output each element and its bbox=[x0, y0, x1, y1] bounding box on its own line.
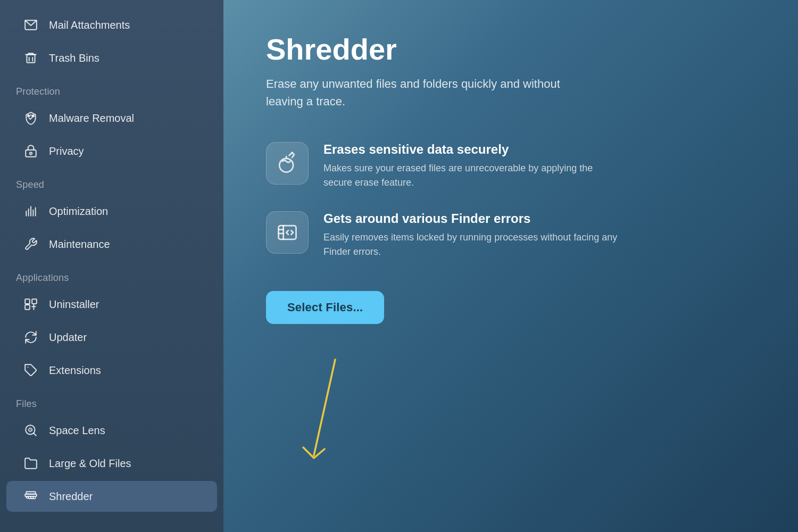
sidebar-item-maintenance[interactable]: Maintenance bbox=[6, 229, 217, 260]
svg-rect-14 bbox=[32, 299, 37, 304]
finder-icon bbox=[276, 221, 299, 244]
svg-rect-6 bbox=[26, 150, 36, 157]
page-title: Shredder bbox=[266, 32, 755, 66]
sidebar-item-label: Extensions bbox=[49, 364, 101, 377]
large-files-icon bbox=[22, 455, 39, 472]
updater-icon bbox=[22, 329, 39, 346]
sidebar-item-label: Space Lens bbox=[49, 425, 105, 437]
main-content: Shredder Erase any unwanted files and fo… bbox=[223, 0, 798, 532]
extensions-icon bbox=[22, 362, 39, 379]
bomb-icon bbox=[276, 152, 299, 175]
sidebar-item-uninstaller[interactable]: Uninstaller bbox=[6, 289, 217, 320]
svg-point-4 bbox=[28, 115, 29, 117]
sidebar-item-malware-removal[interactable]: Malware Removal bbox=[6, 103, 217, 134]
sidebar-item-trash-bins[interactable]: Trash Bins bbox=[6, 43, 217, 73]
space-lens-icon bbox=[22, 422, 39, 439]
maintenance-icon bbox=[22, 236, 39, 253]
shredder-icon bbox=[22, 488, 39, 505]
malware-icon bbox=[22, 110, 39, 127]
sidebar-item-label: Trash Bins bbox=[49, 52, 99, 64]
sidebar-item-privacy[interactable]: Privacy bbox=[6, 136, 217, 167]
sidebar-item-label: Malware Removal bbox=[49, 112, 134, 124]
sidebar-item-label: Updater bbox=[49, 331, 87, 344]
sidebar-item-label: Optimization bbox=[49, 205, 108, 218]
optimization-icon bbox=[22, 203, 39, 220]
trash-icon bbox=[22, 49, 39, 66]
mail-icon bbox=[22, 16, 39, 34]
feature-secure-erase-title: Erases sensitive data securely bbox=[323, 142, 621, 157]
svg-line-18 bbox=[34, 433, 36, 436]
feature-secure-erase: Erases sensitive data securely Makes sur… bbox=[266, 142, 755, 190]
sidebar-item-space-lens[interactable]: Space Lens bbox=[6, 415, 217, 446]
sidebar-item-label: Privacy bbox=[49, 145, 84, 157]
features-list: Erases sensitive data securely Makes sur… bbox=[266, 142, 755, 259]
feature-finder-errors-title: Gets around various Finder errors bbox=[323, 211, 621, 226]
finder-errors-icon-wrap bbox=[266, 211, 309, 254]
sidebar-item-label: Maintenance bbox=[49, 238, 110, 251]
feature-finder-errors-text: Gets around various Finder errors Easily… bbox=[323, 211, 621, 259]
sidebar-item-label: Large & Old Files bbox=[49, 458, 131, 470]
sidebar-item-optimization[interactable]: Optimization bbox=[6, 196, 217, 227]
sidebar-item-mail-attachments[interactable]: Mail Attachments bbox=[6, 10, 217, 40]
svg-rect-13 bbox=[25, 299, 30, 304]
section-label-protection: Protection bbox=[0, 74, 223, 102]
feature-secure-erase-text: Erases sensitive data securely Makes sur… bbox=[323, 142, 621, 190]
svg-rect-1 bbox=[27, 55, 35, 63]
section-label-applications: Applications bbox=[0, 261, 223, 288]
feature-finder-errors-desc: Easily removes items locked by running p… bbox=[323, 230, 621, 259]
svg-point-5 bbox=[32, 115, 34, 117]
section-label-speed: Speed bbox=[0, 168, 223, 195]
uninstaller-icon bbox=[22, 296, 39, 313]
sidebar-item-label: Uninstaller bbox=[49, 298, 99, 311]
select-files-button[interactable]: Select Files... bbox=[266, 291, 384, 324]
privacy-icon bbox=[22, 143, 39, 160]
sidebar-item-label: Mail Attachments bbox=[49, 19, 130, 31]
svg-rect-22 bbox=[26, 492, 35, 494]
feature-finder-errors: Gets around various Finder errors Easily… bbox=[266, 211, 755, 259]
sidebar-item-label: Shredder bbox=[49, 491, 93, 503]
sidebar: Mail Attachments Trash Bins Protection bbox=[0, 0, 223, 532]
sidebar-item-large-old-files[interactable]: Large & Old Files bbox=[6, 448, 217, 479]
sidebar-item-extensions[interactable]: Extensions bbox=[6, 355, 217, 386]
sidebar-item-updater[interactable]: Updater bbox=[6, 322, 217, 353]
feature-secure-erase-desc: Makes sure your erased files are unrecov… bbox=[323, 161, 621, 190]
sidebar-item-shredder[interactable]: Shredder bbox=[6, 481, 217, 512]
svg-rect-15 bbox=[25, 305, 30, 310]
arrow-annotation bbox=[293, 354, 388, 473]
page-subtitle: Erase any unwanted files and folders qui… bbox=[266, 75, 585, 110]
secure-erase-icon-wrap bbox=[266, 142, 309, 185]
svg-line-23 bbox=[314, 360, 335, 455]
svg-point-7 bbox=[30, 152, 32, 154]
section-label-files: Files bbox=[0, 387, 223, 414]
